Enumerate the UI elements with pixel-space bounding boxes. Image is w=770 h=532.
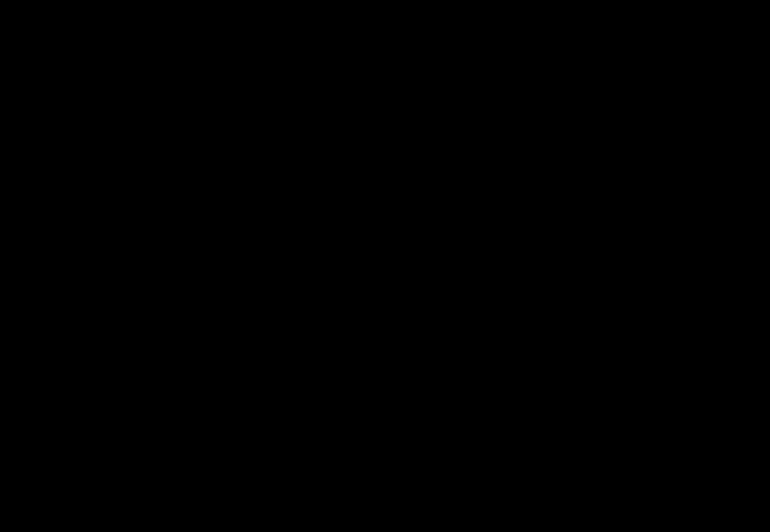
plot-page: [0, 0, 770, 532]
flux-colorbar: [0, 0, 226, 113]
